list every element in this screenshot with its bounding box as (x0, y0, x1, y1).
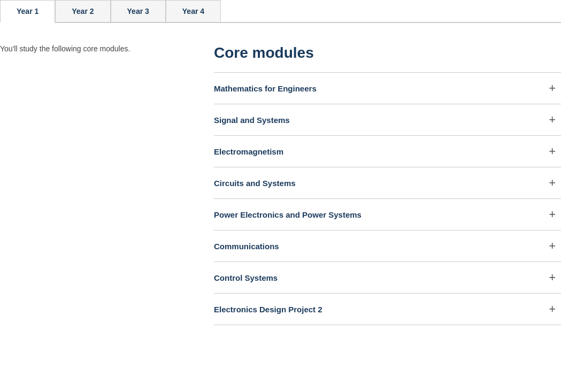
plus-icon[interactable]: + (549, 240, 556, 252)
tab-year-2[interactable]: Year 2 (55, 0, 110, 22)
plus-icon[interactable]: + (549, 82, 556, 94)
module-name: Mathematics for Engineers (214, 84, 317, 93)
module-item[interactable]: Communications+ (214, 230, 561, 262)
tab-year-1[interactable]: Year 1 (0, 0, 55, 23)
plus-icon[interactable]: + (549, 209, 556, 220)
left-panel: You'll study the following core modules. (0, 44, 203, 325)
module-name: Electromagnetism (214, 147, 283, 156)
plus-icon[interactable]: + (549, 272, 556, 283)
module-name: Power Electronics and Power Systems (214, 210, 362, 219)
tab-year-3[interactable]: Year 3 (111, 0, 166, 22)
module-item[interactable]: Mathematics for Engineers+ (214, 72, 561, 104)
module-item[interactable]: Signal and Systems+ (214, 104, 561, 135)
module-item[interactable]: Circuits and Systems+ (214, 167, 561, 198)
tab-year-4[interactable]: Year 4 (166, 0, 221, 22)
plus-icon[interactable]: + (549, 177, 556, 189)
module-name: Control Systems (214, 273, 278, 282)
right-panel: Core modules Mathematics for Engineers+S… (203, 44, 561, 325)
module-list: Mathematics for Engineers+Signal and Sys… (214, 72, 561, 325)
plus-icon[interactable]: + (549, 114, 556, 126)
plus-icon[interactable]: + (549, 145, 556, 157)
module-item[interactable]: Electromagnetism+ (214, 135, 561, 167)
tabs-bar: Year 1Year 2Year 3Year 4 (0, 0, 561, 23)
core-modules-title: Core modules (214, 44, 561, 62)
module-name: Communications (214, 242, 279, 251)
module-item[interactable]: Electronics Design Project 2+ (214, 293, 561, 325)
plus-icon[interactable]: + (549, 303, 556, 315)
module-name: Electronics Design Project 2 (214, 305, 322, 314)
module-name: Signal and Systems (214, 116, 290, 125)
module-item[interactable]: Control Systems+ (214, 262, 561, 293)
module-item[interactable]: Power Electronics and Power Systems+ (214, 198, 561, 230)
intro-text: You'll study the following core modules. (0, 44, 193, 53)
module-name: Circuits and Systems (214, 179, 296, 188)
main-content: You'll study the following core modules.… (0, 23, 561, 325)
